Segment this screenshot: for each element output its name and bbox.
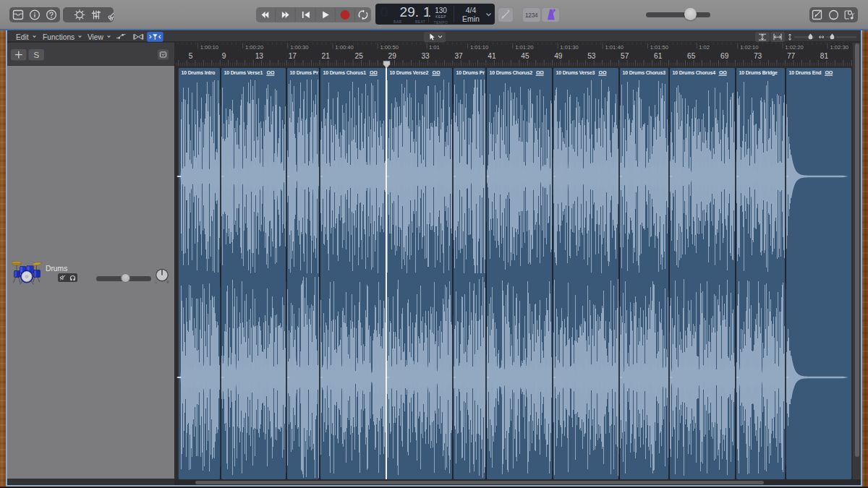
svg-text:1:00:40: 1:00:40 xyxy=(335,43,353,50)
svg-text:1:00:30: 1:00:30 xyxy=(290,43,308,50)
svg-text:1:01: 1:01 xyxy=(429,43,440,50)
svg-text:69: 69 xyxy=(720,51,729,59)
svg-text:25: 25 xyxy=(355,51,364,59)
svg-text:ΩΩ: ΩΩ xyxy=(433,70,441,75)
svg-text:10 Drums Chorus2: 10 Drums Chorus2 xyxy=(490,70,533,75)
svg-text:1:01:20: 1:01:20 xyxy=(515,43,533,50)
svg-text:73: 73 xyxy=(754,51,762,59)
svg-text:S: S xyxy=(33,51,39,59)
svg-text:9: 9 xyxy=(222,51,226,59)
svg-text:1:00:50: 1:00:50 xyxy=(380,43,399,50)
svg-text:1:02:30: 1:02:30 xyxy=(830,43,848,50)
svg-text:10 Drums Intro: 10 Drums Intro xyxy=(182,70,216,75)
svg-text:61: 61 xyxy=(654,51,663,59)
svg-text:1:01:10: 1:01:10 xyxy=(470,43,488,50)
svg-text:1:01:50: 1:01:50 xyxy=(650,43,668,50)
svg-text:1:00:10: 1:00:10 xyxy=(200,43,218,50)
svg-text:17: 17 xyxy=(289,51,297,59)
svg-text:1234: 1234 xyxy=(525,12,538,19)
svg-text:57: 57 xyxy=(621,51,629,59)
svg-text:10 Drums Chorus3: 10 Drums Chorus3 xyxy=(623,70,666,75)
svg-text:49: 49 xyxy=(554,51,563,59)
svg-text:29: 29 xyxy=(388,51,397,59)
svg-text:41: 41 xyxy=(488,51,496,59)
svg-text:53: 53 xyxy=(587,51,596,59)
svg-text:L: L xyxy=(156,281,158,284)
svg-text:10 Drums End: 10 Drums End xyxy=(789,70,822,75)
svg-text:ΩΩ: ΩΩ xyxy=(536,70,544,75)
svg-text:ΩΩ: ΩΩ xyxy=(599,70,607,75)
svg-text:1:02:10: 1:02:10 xyxy=(740,43,758,50)
svg-text:1:00:20: 1:00:20 xyxy=(245,43,263,50)
svg-text:10 Drums Verse1: 10 Drums Verse1 xyxy=(224,70,263,75)
svg-text:1:01:40: 1:01:40 xyxy=(605,43,624,50)
svg-text:65: 65 xyxy=(687,51,696,59)
svg-text:10 Drums Pr: 10 Drums Pr xyxy=(290,70,319,75)
svg-text:10 Drums Chorus1: 10 Drums Chorus1 xyxy=(323,70,367,75)
svg-text:10 Drums Chorus4: 10 Drums Chorus4 xyxy=(673,70,716,75)
svg-text:33: 33 xyxy=(421,51,430,59)
svg-text:45: 45 xyxy=(521,51,529,59)
svg-text:1:02:20: 1:02:20 xyxy=(785,43,803,50)
svg-text:1:02: 1:02 xyxy=(699,43,710,50)
svg-text:ΩΩ: ΩΩ xyxy=(719,70,727,75)
svg-text:10 Drums Verse2: 10 Drums Verse2 xyxy=(390,70,429,75)
svg-text:ΩΩ: ΩΩ xyxy=(370,70,378,75)
svg-text:5: 5 xyxy=(189,51,193,59)
svg-text:10 Drums Verse3: 10 Drums Verse3 xyxy=(556,70,595,75)
svg-text:10 Drums Pr: 10 Drums Pr xyxy=(456,70,485,75)
svg-text:ΩΩ: ΩΩ xyxy=(267,70,275,75)
svg-text:37: 37 xyxy=(454,51,463,59)
svg-text:13: 13 xyxy=(255,51,264,59)
svg-text:21: 21 xyxy=(322,51,331,59)
svg-text:ΩΩ: ΩΩ xyxy=(825,70,833,75)
svg-text:77: 77 xyxy=(787,51,796,59)
svg-text:10 Drums Bridge: 10 Drums Bridge xyxy=(739,70,778,76)
svg-text:1:01:30: 1:01:30 xyxy=(560,43,578,50)
svg-text:R: R xyxy=(167,281,170,284)
svg-text:81: 81 xyxy=(820,51,829,59)
